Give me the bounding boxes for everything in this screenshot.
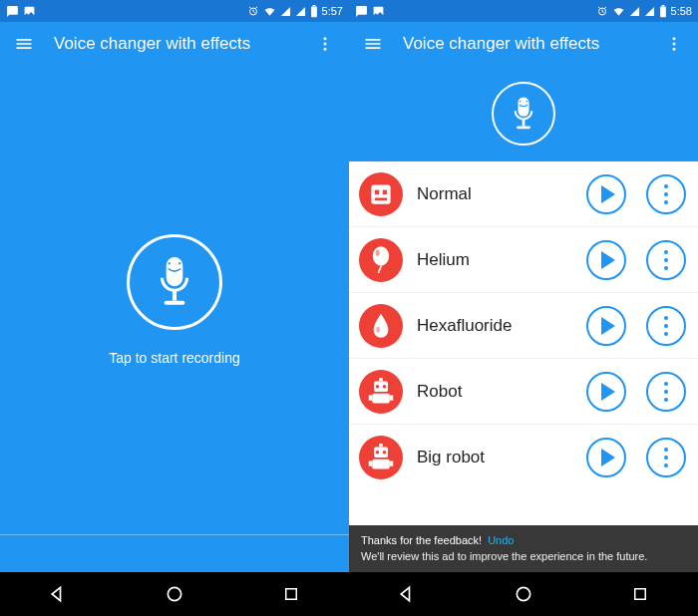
svg-rect-15 [661,5,664,6]
effect-options-button[interactable] [646,372,686,412]
nav-recent[interactable] [261,579,321,609]
effects-list: Normal Helium Hexafluoride Robot [349,161,698,572]
svg-rect-35 [372,393,390,403]
menu-button[interactable] [359,30,387,58]
svg-rect-25 [375,189,379,193]
app-bar: Voice changer with effects [349,22,698,66]
status-notifications [6,5,36,18]
home-icon [514,584,533,604]
svg-point-40 [383,451,387,455]
more-vert-icon [664,316,668,336]
nav-home[interactable] [494,579,553,609]
nav-bar [349,572,698,616]
more-vert-icon [665,35,683,53]
snackbar-undo[interactable]: Undo [488,534,514,546]
svg-rect-43 [369,462,373,466]
svg-point-30 [376,326,380,332]
status-system: 5:57 [247,5,343,18]
play-button[interactable] [586,240,626,280]
record-area: Tap to start recording [0,66,349,534]
svg-rect-10 [165,301,185,305]
app-title: Voice changer with effects [38,34,311,54]
svg-point-32 [376,385,380,389]
svg-rect-24 [371,184,390,203]
picture-icon [23,5,36,18]
effect-row-big-robot: Big robot [349,425,698,490]
nav-bar [0,572,349,616]
status-time: 5:57 [322,5,343,17]
nav-home[interactable] [145,579,204,609]
svg-rect-22 [523,120,525,127]
effect-options-button[interactable] [646,438,686,477]
alarm-icon [596,5,608,17]
svg-rect-21 [526,101,527,102]
overflow-button[interactable] [660,30,688,58]
effect-row-hexafluoride: Hexafluoride [349,293,698,359]
nav-recent[interactable] [610,579,670,609]
more-vert-icon [664,250,668,270]
svg-point-29 [376,249,380,256]
svg-rect-27 [375,197,387,200]
robot-icon [359,436,403,479]
drop-icon [359,304,403,348]
svg-point-17 [673,43,676,46]
alarm-icon [247,5,259,17]
status-notifications [355,5,385,18]
mic-icon [510,96,537,132]
effect-options-button[interactable] [646,306,686,346]
recording-indicator[interactable] [492,82,555,146]
menu-button[interactable] [10,30,38,58]
overflow-button[interactable] [311,30,339,58]
play-button[interactable] [586,174,626,214]
record-button[interactable] [127,234,222,330]
svg-rect-36 [369,395,373,400]
home-icon [165,584,184,604]
balloon-icon [359,238,403,282]
svg-rect-2 [312,5,315,6]
svg-rect-9 [173,290,176,300]
play-button[interactable] [586,372,626,412]
hamburger-icon [363,34,383,54]
status-bar: 5:57 [0,0,349,22]
svg-rect-12 [285,589,296,600]
wifi-icon [263,5,276,18]
effect-options-button[interactable] [646,240,686,280]
status-system: 5:58 [596,5,692,18]
svg-point-39 [376,451,380,455]
effect-label: Hexafluoride [417,316,566,336]
effect-label: Big robot [417,448,566,467]
more-vert-icon [664,382,668,402]
app-title: Voice changer with effects [387,34,660,54]
play-icon [601,317,615,335]
svg-rect-46 [634,589,645,600]
effect-label: Normal [417,184,566,204]
svg-point-33 [383,385,387,389]
back-icon [397,584,417,604]
snackbar: Thanks for the feedback! Undo We'll revi… [349,525,698,572]
play-button[interactable] [586,438,626,477]
status-time: 5:58 [671,5,692,17]
svg-point-11 [168,587,180,600]
svg-point-45 [517,587,529,600]
play-button[interactable] [586,306,626,346]
svg-rect-20 [520,101,521,102]
play-icon [601,251,615,269]
effect-row-normal: Normal [349,161,698,227]
picture-icon [372,5,385,18]
signal-icon [644,6,655,17]
message-icon [6,5,19,18]
robot-face-icon [359,172,403,216]
svg-rect-42 [372,460,390,469]
battery-icon [659,5,667,18]
svg-point-16 [673,37,676,40]
effect-row-helium: Helium [349,227,698,293]
play-icon [601,185,615,203]
ad-placeholder [0,534,349,572]
effect-options-button[interactable] [646,174,686,214]
effect-label: Robot [417,382,566,402]
nav-back[interactable] [28,579,88,609]
nav-back[interactable] [377,579,437,609]
recent-icon [631,585,649,603]
wifi-icon [612,5,625,18]
phone-right: 5:58 Voice changer with effects [349,0,698,616]
